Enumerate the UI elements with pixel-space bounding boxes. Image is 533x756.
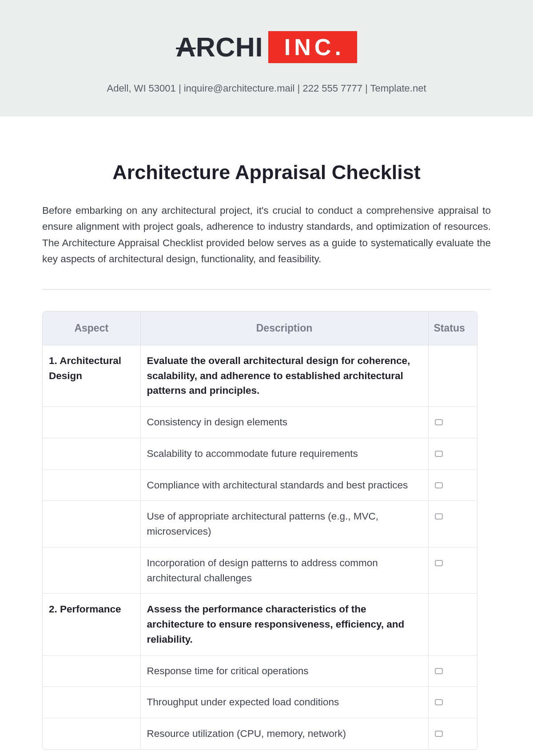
contact-info: Adell, WI 53001 | inquire@architecture.m… [0, 83, 533, 94]
intro-paragraph: Before embarking on any architectural pr… [42, 203, 491, 268]
status-checkbox[interactable] [435, 513, 443, 520]
item-status-cell [428, 438, 477, 469]
item-status-cell [428, 469, 477, 501]
logo-text-archi: ARCHI [176, 32, 263, 63]
section-summary: Assess the performance characteristics o… [140, 594, 428, 655]
item-description: Response time for critical operations [140, 655, 428, 687]
item-aspect-empty [43, 718, 140, 749]
column-header-aspect: Aspect [43, 312, 140, 345]
status-checkbox[interactable] [435, 699, 443, 705]
item-status-cell [428, 501, 477, 548]
company-logo: ARCHI INC. [176, 31, 357, 63]
status-checkbox[interactable] [435, 731, 443, 737]
item-description: Use of appropriate architectural pattern… [140, 501, 428, 548]
status-checkbox[interactable] [435, 451, 443, 457]
checklist-item-row: Response time for critical operations [43, 655, 477, 687]
section-status-empty [428, 345, 477, 406]
section-status-empty [428, 594, 477, 655]
status-checkbox[interactable] [435, 668, 443, 674]
document-header: ARCHI INC. Adell, WI 53001 | inquire@arc… [0, 0, 533, 116]
section-aspect: 1. Architectural Design [43, 345, 140, 406]
checklist-item-row: Use of appropriate architectural pattern… [43, 501, 477, 548]
checklist-table-container: Aspect Description Status 1. Architectur… [42, 311, 477, 750]
checklist-table: Aspect Description Status 1. Architectur… [43, 312, 477, 749]
item-description: Resource utilization (CPU, memory, netwo… [140, 718, 428, 749]
logo-badge-inc: INC. [268, 31, 357, 63]
item-aspect-empty [43, 655, 140, 687]
item-status-cell [428, 718, 477, 749]
item-description: Compliance with architectural standards … [140, 469, 428, 501]
item-description: Consistency in design elements [140, 407, 428, 438]
item-status-cell [428, 547, 477, 594]
status-checkbox[interactable] [435, 482, 443, 488]
checklist-item-row: Scalability to accommodate future requir… [43, 438, 477, 469]
status-checkbox[interactable] [435, 560, 443, 566]
section-aspect: 2. Performance [43, 594, 140, 655]
item-aspect-empty [43, 687, 140, 718]
item-aspect-empty [43, 547, 140, 594]
item-aspect-empty [43, 438, 140, 469]
checklist-item-row: Consistency in design elements [43, 407, 477, 438]
item-aspect-empty [43, 407, 140, 438]
section-header-row: 2. PerformanceAssess the performance cha… [43, 594, 477, 655]
status-checkbox[interactable] [435, 419, 443, 425]
column-header-status: Status [428, 312, 477, 345]
item-status-cell [428, 687, 477, 718]
checklist-item-row: Throughput under expected load condition… [43, 687, 477, 718]
checklist-item-row: Incorporation of design patterns to addr… [43, 547, 477, 594]
checklist-item-row: Resource utilization (CPU, memory, netwo… [43, 718, 477, 749]
section-summary: Evaluate the overall architectural desig… [140, 345, 428, 406]
item-aspect-empty [43, 501, 140, 548]
item-description: Throughput under expected load condition… [140, 687, 428, 718]
divider [42, 289, 491, 290]
item-aspect-empty [43, 469, 140, 501]
item-description: Scalability to accommodate future requir… [140, 438, 428, 469]
checklist-item-row: Compliance with architectural standards … [43, 469, 477, 501]
section-header-row: 1. Architectural DesignEvaluate the over… [43, 345, 477, 406]
item-status-cell [428, 655, 477, 687]
item-status-cell [428, 407, 477, 438]
item-description: Incorporation of design patterns to addr… [140, 547, 428, 594]
document-body: Architecture Appraisal Checklist Before … [0, 116, 533, 750]
column-header-description: Description [140, 312, 428, 345]
page-title: Architecture Appraisal Checklist [42, 161, 491, 184]
